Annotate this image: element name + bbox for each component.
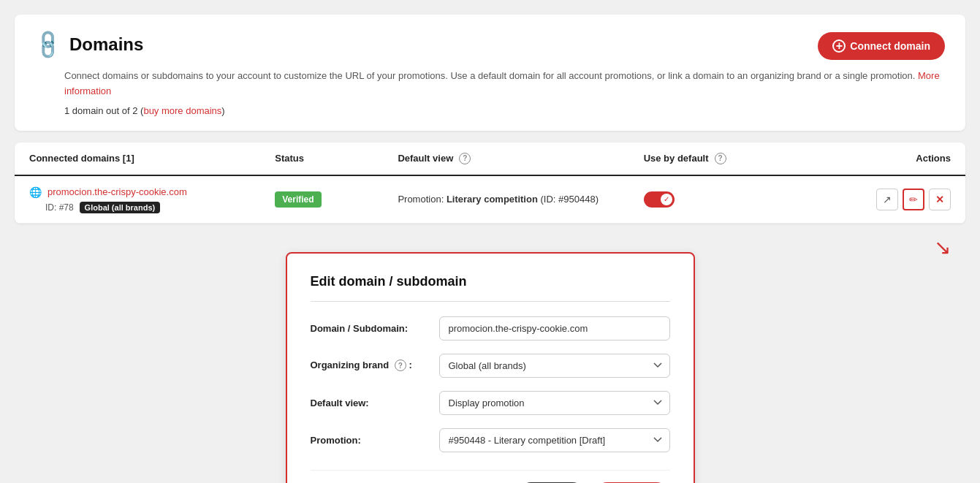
domains-card: 🔗 Domains + Connect domain Connect domai… [15,15,965,131]
domain-id: ID: #78 [45,202,74,213]
default-view-form-row: Default view: Display promotion List pro… [311,391,670,415]
default-view-help-icon[interactable]: ? [459,153,471,164]
use-default-help-icon[interactable]: ? [715,153,726,164]
domain-count: 1 domain out of 2 (buy more domains) [64,105,945,116]
actions-cell: ↗ ✏ ✕ [828,189,951,210]
promotion-form-row: Promotion: #950448 - Literary competitio… [311,428,670,452]
promotion-select[interactable]: #950448 - Literary competition [Draft] [439,428,670,452]
org-brand-help-icon[interactable]: ? [395,360,406,371]
table-row: 🌐 promocion.the-crispy-cookie.com ID: #7… [15,176,965,224]
use-default-toggle[interactable] [644,191,675,208]
domain-cell: 🌐 promocion.the-crispy-cookie.com ID: #7… [29,186,275,213]
promotion-name: Literary competition [447,194,538,205]
table-header: Connected domains [1] Status Default vie… [15,142,965,176]
plus-circle-icon: + [832,39,846,53]
domains-title-area: 🔗 Domains [35,32,143,56]
link-icon: 🔗 [30,26,65,61]
org-brand-select[interactable]: Global (all brands) Brand A Brand B [439,354,670,378]
domains-table: Connected domains [1] Status Default vie… [15,142,965,224]
toggle-cell[interactable] [644,191,828,208]
col-actions: Actions [828,153,951,164]
connect-button-label: Connect domain [850,40,930,52]
export-icon: ↗ [883,194,892,205]
org-brand-label: Organizing brand ? : [311,360,428,372]
default-view-select[interactable]: Display promotion List promotions [439,391,670,415]
edit-button[interactable]: ✏ [903,189,924,210]
col-connected: Connected domains [1] [29,153,275,164]
domains-header: 🔗 Domains + Connect domain [35,32,945,60]
domains-description: Connect domains or subdomains to your ac… [64,69,945,99]
domain-label: Domain / Subdomain: [311,323,428,334]
buy-more-link[interactable]: buy more domains [143,105,221,116]
global-badge: Global (all brands) [80,202,161,213]
domain-input[interactable] [439,316,670,341]
col-use-default: Use by default ? [644,153,828,164]
status-cell: Verified [275,191,398,208]
edit-panel-title: Edit domain / subdomain [311,274,670,289]
org-brand-form-row: Organizing brand ? : Global (all brands)… [311,354,670,378]
edit-panel-wrapper: Edit domain / subdomain Domain / Subdoma… [15,252,965,483]
domain-id-row: ID: #78 Global (all brands) [45,201,275,213]
delete-icon: ✕ [935,194,944,205]
globe-icon: 🌐 [29,186,42,198]
edit-icon: ✏ [909,194,918,205]
page-title: Domains [69,34,143,55]
connect-domain-button[interactable]: + Connect domain [818,32,945,60]
col-default-view: Default view ? [398,153,643,164]
globe-icon-area: 🌐 promocion.the-crispy-cookie.com [29,186,275,198]
toggle-check-icon [661,194,672,205]
default-view-label: Default view: [311,398,428,408]
export-button[interactable]: ↗ [876,189,898,210]
domain-form-row: Domain / Subdomain: [311,316,670,341]
delete-button[interactable]: ✕ [929,189,951,210]
form-actions: Cancel Continue [311,470,670,483]
default-view-cell: Promotion: Literary competition (ID: #95… [398,194,643,205]
edit-divider [311,301,670,302]
verified-badge: Verified [275,191,321,208]
edit-panel: Edit domain / subdomain Domain / Subdoma… [286,252,695,483]
domain-link[interactable]: promocion.the-crispy-cookie.com [48,186,187,197]
col-status: Status [275,153,398,164]
promotion-label: Promotion: [311,435,428,446]
